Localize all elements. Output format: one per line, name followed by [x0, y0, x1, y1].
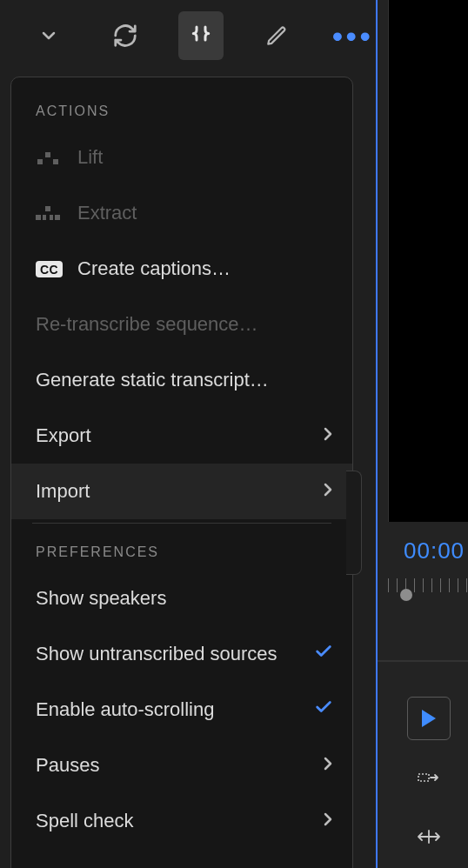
menu-item-label: Extract [77, 202, 333, 224]
check-icon [307, 642, 333, 666]
svg-rect-7 [55, 215, 60, 220]
menu-divider [32, 523, 331, 524]
svg-rect-2 [53, 159, 58, 164]
menu-item-import[interactable]: Import [11, 464, 352, 519]
chevron-down-icon[interactable] [26, 11, 71, 60]
menu-item-lift[interactable]: Lift [11, 130, 352, 185]
menu-item-create-captions[interactable]: CC Create captions… [11, 241, 352, 297]
menu-item-label: Lift [77, 146, 333, 169]
menu-item-spell-check[interactable]: Spell check [11, 793, 352, 849]
video-preview[interactable] [388, 0, 468, 522]
svg-rect-4 [45, 206, 50, 211]
menu-item-label: Show speakers [36, 587, 333, 610]
pencil-icon[interactable] [254, 11, 299, 60]
more-options-icon[interactable]: ••• [331, 11, 376, 60]
extract-icon [36, 204, 77, 222]
menu-item-label: Re-transcribe sequence… [36, 313, 333, 336]
panel-separator [378, 660, 468, 662]
svg-rect-8 [418, 774, 429, 781]
menu-item-label: Generate static transcript… [36, 369, 333, 391]
menu-item-label: Create captions… [77, 257, 333, 280]
section-header-preferences: PREFERENCES [11, 534, 352, 571]
submenu-tab [346, 471, 362, 575]
svg-rect-6 [50, 215, 53, 220]
menu-item-label: Export [36, 424, 307, 447]
chevron-right-icon [307, 754, 333, 777]
menu-item-pauses[interactable]: Pauses [11, 738, 352, 793]
cc-badge-icon: CC [36, 261, 77, 277]
selection-tool[interactable] [407, 697, 451, 740]
menu-item-auto-scrolling[interactable]: Enable auto-scrolling [11, 682, 352, 738]
options-menu: ACTIONS Lift Extract CC Create captions… [10, 77, 353, 868]
menu-item-extract[interactable]: Extract [11, 185, 352, 241]
right-panel: 00:00 [378, 0, 468, 868]
chevron-right-icon [307, 424, 333, 447]
svg-rect-1 [45, 152, 50, 157]
svg-rect-5 [43, 215, 46, 220]
cursor-icon [422, 710, 436, 727]
svg-rect-3 [36, 215, 41, 220]
menu-item-show-speakers[interactable]: Show speakers [11, 571, 352, 626]
menu-item-generate-static[interactable]: Generate static transcript… [11, 352, 352, 408]
chevron-right-icon [307, 480, 333, 503]
refresh-icon[interactable] [102, 11, 147, 60]
chevron-right-icon [307, 810, 333, 832]
menu-item-show-untranscribed[interactable]: Show untranscribed sources [11, 626, 352, 682]
left-panel: ••• ACTIONS Lift Extract CC [0, 0, 376, 868]
section-header-actions: ACTIONS [11, 93, 352, 130]
menu-item-label: Enable auto-scrolling [36, 698, 307, 721]
menu-item-label: Pauses [36, 754, 307, 777]
toolbar: ••• [0, 0, 376, 71]
check-icon [307, 698, 333, 722]
menu-item-label: Spell check [36, 810, 307, 832]
timeline-ruler[interactable] [388, 578, 468, 599]
timecode-display[interactable]: 00:00 [378, 522, 468, 564]
menu-item-retranscribe: Re-transcribe sequence… [11, 297, 352, 352]
menu-item-label: Show untranscribed sources [36, 643, 307, 665]
code-brackets-icon[interactable] [178, 11, 224, 60]
playhead-knob[interactable] [400, 589, 412, 601]
menu-item-export[interactable]: Export [11, 408, 352, 464]
slip-tool[interactable] [407, 815, 451, 858]
menu-item-label: Import [36, 480, 307, 503]
ripple-tool[interactable] [407, 756, 451, 799]
tool-column [378, 697, 468, 858]
svg-rect-0 [37, 159, 43, 164]
lift-icon [36, 149, 77, 166]
